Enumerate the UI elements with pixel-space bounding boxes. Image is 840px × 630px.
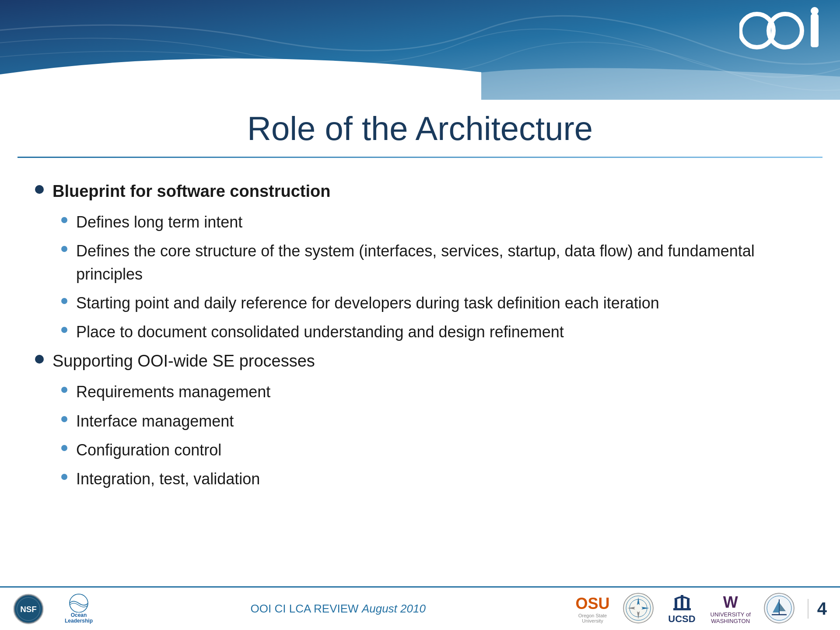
bullet-2-sub-4-text: Integration, test, validation	[76, 468, 260, 490]
uw-full-text: UNIVERSITY ofWASHINGTON	[710, 612, 751, 624]
svg-rect-18	[687, 599, 690, 608]
bullet-1-sub-4-text: Place to document consolidated understan…	[76, 321, 564, 343]
bullet-2-sub-1: Requirements management	[61, 381, 805, 403]
uw-logo: W UNIVERSITY ofWASHINGTON	[710, 593, 751, 624]
osu-logo: OSU Oregon StateUniversity	[576, 595, 610, 623]
bullet-1-sub-1-dot	[61, 217, 67, 223]
bullet-2-sub-2-text: Interface management	[76, 410, 234, 433]
svg-point-4	[811, 7, 819, 15]
bullet-2-label: Supporting OOI-wide SE processes	[52, 350, 315, 373]
bullet-2-sub-2: Interface management	[61, 410, 805, 433]
bullet-1-dot	[35, 185, 44, 194]
osu-text: OSU	[576, 595, 610, 613]
bullet-1-sub-3-text: Starting point and daily reference for d…	[76, 292, 659, 315]
bullet-2-sub-1-dot	[61, 387, 67, 393]
slide-footer: NSF OceanLeadership OOI CI LCA REVIEW Au…	[0, 586, 840, 630]
svg-rect-3	[811, 14, 819, 47]
page-number: 4	[808, 599, 827, 619]
bullet-1-sub-1-text: Defines long term intent	[76, 211, 242, 234]
bullet-2-sub-1-text: Requirements management	[76, 381, 270, 403]
footer-center-text: OOI CI LCA REVIEW August 2010	[114, 602, 563, 616]
bullet-1-sub-4: Place to document consolidated understan…	[61, 321, 805, 343]
bullet-2-sub-4-dot	[61, 474, 67, 480]
bullet-2-sub-3-text: Configuration control	[76, 439, 221, 462]
bullet-2-sub-3-dot	[61, 445, 67, 451]
ooi-logo-area	[739, 7, 827, 55]
slide-title: Role of the Architecture	[247, 109, 593, 147]
ocean-leadership-logo: OceanLeadership	[57, 594, 101, 624]
bullet-1-sub-1: Defines long term intent	[61, 211, 805, 234]
bullet-1-label: Blueprint for software construction	[52, 180, 330, 203]
bullet-1-subitems: Defines long term intent Defines the cor…	[35, 211, 805, 343]
svg-text:NSF: NSF	[20, 604, 37, 613]
title-divider	[18, 157, 822, 158]
nsf-logo: NSF	[13, 594, 44, 624]
header-background-svg	[0, 0, 840, 101]
osu-subtext: Oregon StateUniversity	[578, 613, 607, 623]
bullet-2-sub-2-dot	[61, 416, 67, 422]
ucsd-logo: UCSD	[667, 593, 697, 625]
sailboat-logo	[764, 593, 794, 625]
bullet-1-sub-2-text: Defines the core structure of the system…	[76, 240, 805, 285]
bullet-1-sub-3: Starting point and daily reference for d…	[61, 292, 805, 315]
bullet-2-sub-4: Integration, test, validation	[61, 468, 805, 490]
footer-date: August 2010	[362, 602, 426, 615]
uw-w-text: W	[723, 593, 738, 612]
bullet-1-sub-2-dot	[61, 246, 67, 252]
ooi-logo-svg	[739, 7, 827, 55]
bullet-2-dot	[35, 355, 44, 364]
bullet-2-subitems: Requirements management Interface manage…	[35, 381, 805, 490]
main-content: Blueprint for software construction Defi…	[0, 158, 840, 510]
ucsd-text: UCSD	[668, 613, 695, 625]
bullet-1-sub-2: Defines the core structure of the system…	[61, 240, 805, 285]
ocean-leadership-text: OceanLeadership	[65, 612, 93, 624]
bullet-1: Blueprint for software construction	[35, 180, 805, 203]
bullet-2: Supporting OOI-wide SE processes	[35, 350, 805, 373]
svg-rect-19	[673, 608, 691, 610]
footer-review-text: OOI CI LCA REVIEW	[251, 602, 362, 615]
bullet-2-sub-3: Configuration control	[61, 439, 805, 462]
compass-logo	[623, 593, 654, 625]
svg-rect-17	[675, 599, 677, 608]
bullet-1-sub-4-dot	[61, 327, 67, 333]
bullet-1-sub-3-dot	[61, 298, 67, 304]
slide-header	[0, 0, 840, 101]
